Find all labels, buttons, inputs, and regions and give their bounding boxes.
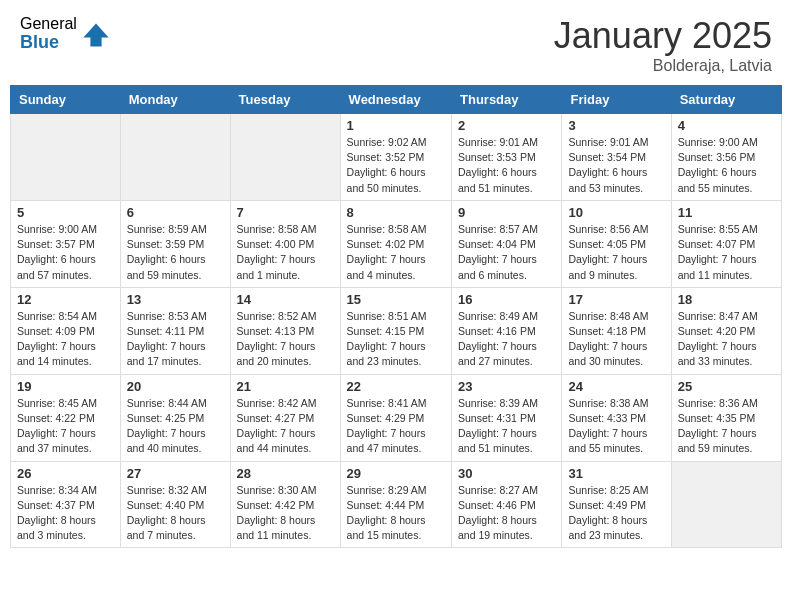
day-number: 4 — [678, 118, 775, 133]
day-number: 6 — [127, 205, 224, 220]
day-number: 27 — [127, 466, 224, 481]
day-cell: 24Sunrise: 8:38 AMSunset: 4:33 PMDayligh… — [562, 374, 671, 461]
day-info: Sunrise: 8:59 AMSunset: 3:59 PMDaylight:… — [127, 222, 224, 283]
day-number: 31 — [568, 466, 664, 481]
calendar-week-row: 26Sunrise: 8:34 AMSunset: 4:37 PMDayligh… — [11, 461, 782, 548]
day-info: Sunrise: 8:29 AMSunset: 4:44 PMDaylight:… — [347, 483, 445, 544]
day-number: 22 — [347, 379, 445, 394]
day-number: 12 — [17, 292, 114, 307]
day-info: Sunrise: 8:52 AMSunset: 4:13 PMDaylight:… — [237, 309, 334, 370]
day-cell: 17Sunrise: 8:48 AMSunset: 4:18 PMDayligh… — [562, 287, 671, 374]
logo-text: General Blue — [20, 15, 77, 52]
day-number: 16 — [458, 292, 555, 307]
calendar-week-row: 12Sunrise: 8:54 AMSunset: 4:09 PMDayligh… — [11, 287, 782, 374]
day-info: Sunrise: 9:00 AMSunset: 3:57 PMDaylight:… — [17, 222, 114, 283]
day-info: Sunrise: 8:25 AMSunset: 4:49 PMDaylight:… — [568, 483, 664, 544]
day-number: 18 — [678, 292, 775, 307]
calendar-wrapper: SundayMondayTuesdayWednesdayThursdayFrid… — [0, 85, 792, 558]
day-info: Sunrise: 9:01 AMSunset: 3:53 PMDaylight:… — [458, 135, 555, 196]
logo: General Blue — [20, 15, 110, 52]
day-number: 21 — [237, 379, 334, 394]
day-number: 23 — [458, 379, 555, 394]
day-info: Sunrise: 8:51 AMSunset: 4:15 PMDaylight:… — [347, 309, 445, 370]
day-cell: 18Sunrise: 8:47 AMSunset: 4:20 PMDayligh… — [671, 287, 781, 374]
day-number: 17 — [568, 292, 664, 307]
day-cell: 9Sunrise: 8:57 AMSunset: 4:04 PMDaylight… — [452, 200, 562, 287]
weekday-header: Tuesday — [230, 86, 340, 114]
day-info: Sunrise: 8:58 AMSunset: 4:02 PMDaylight:… — [347, 222, 445, 283]
day-number: 5 — [17, 205, 114, 220]
day-info: Sunrise: 9:01 AMSunset: 3:54 PMDaylight:… — [568, 135, 664, 196]
weekday-header: Sunday — [11, 86, 121, 114]
day-info: Sunrise: 8:36 AMSunset: 4:35 PMDaylight:… — [678, 396, 775, 457]
day-cell: 26Sunrise: 8:34 AMSunset: 4:37 PMDayligh… — [11, 461, 121, 548]
day-info: Sunrise: 8:54 AMSunset: 4:09 PMDaylight:… — [17, 309, 114, 370]
calendar-table: SundayMondayTuesdayWednesdayThursdayFrid… — [10, 85, 782, 548]
day-cell: 8Sunrise: 8:58 AMSunset: 4:02 PMDaylight… — [340, 200, 451, 287]
day-cell: 28Sunrise: 8:30 AMSunset: 4:42 PMDayligh… — [230, 461, 340, 548]
day-info: Sunrise: 8:49 AMSunset: 4:16 PMDaylight:… — [458, 309, 555, 370]
day-cell: 12Sunrise: 8:54 AMSunset: 4:09 PMDayligh… — [11, 287, 121, 374]
day-cell — [11, 114, 121, 201]
day-info: Sunrise: 8:56 AMSunset: 4:05 PMDaylight:… — [568, 222, 664, 283]
day-info: Sunrise: 9:02 AMSunset: 3:52 PMDaylight:… — [347, 135, 445, 196]
day-number: 24 — [568, 379, 664, 394]
day-info: Sunrise: 8:27 AMSunset: 4:46 PMDaylight:… — [458, 483, 555, 544]
calendar-week-row: 5Sunrise: 9:00 AMSunset: 3:57 PMDaylight… — [11, 200, 782, 287]
month-title: January 2025 — [554, 15, 772, 57]
day-info: Sunrise: 8:48 AMSunset: 4:18 PMDaylight:… — [568, 309, 664, 370]
day-cell: 25Sunrise: 8:36 AMSunset: 4:35 PMDayligh… — [671, 374, 781, 461]
day-cell — [671, 461, 781, 548]
day-info: Sunrise: 8:55 AMSunset: 4:07 PMDaylight:… — [678, 222, 775, 283]
day-cell: 30Sunrise: 8:27 AMSunset: 4:46 PMDayligh… — [452, 461, 562, 548]
day-info: Sunrise: 8:44 AMSunset: 4:25 PMDaylight:… — [127, 396, 224, 457]
day-number: 1 — [347, 118, 445, 133]
weekday-header: Wednesday — [340, 86, 451, 114]
day-info: Sunrise: 8:41 AMSunset: 4:29 PMDaylight:… — [347, 396, 445, 457]
day-info: Sunrise: 8:57 AMSunset: 4:04 PMDaylight:… — [458, 222, 555, 283]
day-number: 26 — [17, 466, 114, 481]
weekday-header-row: SundayMondayTuesdayWednesdayThursdayFrid… — [11, 86, 782, 114]
day-number: 25 — [678, 379, 775, 394]
day-cell: 13Sunrise: 8:53 AMSunset: 4:11 PMDayligh… — [120, 287, 230, 374]
day-number: 7 — [237, 205, 334, 220]
title-section: January 2025 Bolderaja, Latvia — [554, 15, 772, 75]
day-cell: 10Sunrise: 8:56 AMSunset: 4:05 PMDayligh… — [562, 200, 671, 287]
day-number: 2 — [458, 118, 555, 133]
page-header: General Blue January 2025 Bolderaja, Lat… — [0, 0, 792, 85]
day-number: 29 — [347, 466, 445, 481]
day-cell: 5Sunrise: 9:00 AMSunset: 3:57 PMDaylight… — [11, 200, 121, 287]
day-info: Sunrise: 8:42 AMSunset: 4:27 PMDaylight:… — [237, 396, 334, 457]
day-cell: 20Sunrise: 8:44 AMSunset: 4:25 PMDayligh… — [120, 374, 230, 461]
logo-general: General — [20, 15, 77, 33]
day-cell: 3Sunrise: 9:01 AMSunset: 3:54 PMDaylight… — [562, 114, 671, 201]
day-info: Sunrise: 8:58 AMSunset: 4:00 PMDaylight:… — [237, 222, 334, 283]
day-number: 9 — [458, 205, 555, 220]
day-cell: 23Sunrise: 8:39 AMSunset: 4:31 PMDayligh… — [452, 374, 562, 461]
day-info: Sunrise: 8:32 AMSunset: 4:40 PMDaylight:… — [127, 483, 224, 544]
day-number: 20 — [127, 379, 224, 394]
day-number: 3 — [568, 118, 664, 133]
day-info: Sunrise: 8:53 AMSunset: 4:11 PMDaylight:… — [127, 309, 224, 370]
weekday-header: Friday — [562, 86, 671, 114]
day-info: Sunrise: 8:45 AMSunset: 4:22 PMDaylight:… — [17, 396, 114, 457]
day-cell: 29Sunrise: 8:29 AMSunset: 4:44 PMDayligh… — [340, 461, 451, 548]
day-number: 15 — [347, 292, 445, 307]
calendar-week-row: 19Sunrise: 8:45 AMSunset: 4:22 PMDayligh… — [11, 374, 782, 461]
day-cell: 1Sunrise: 9:02 AMSunset: 3:52 PMDaylight… — [340, 114, 451, 201]
day-info: Sunrise: 8:34 AMSunset: 4:37 PMDaylight:… — [17, 483, 114, 544]
weekday-header: Monday — [120, 86, 230, 114]
day-number: 30 — [458, 466, 555, 481]
day-number: 8 — [347, 205, 445, 220]
day-number: 11 — [678, 205, 775, 220]
day-cell: 14Sunrise: 8:52 AMSunset: 4:13 PMDayligh… — [230, 287, 340, 374]
day-cell: 11Sunrise: 8:55 AMSunset: 4:07 PMDayligh… — [671, 200, 781, 287]
day-cell: 16Sunrise: 8:49 AMSunset: 4:16 PMDayligh… — [452, 287, 562, 374]
day-cell: 27Sunrise: 8:32 AMSunset: 4:40 PMDayligh… — [120, 461, 230, 548]
day-cell: 31Sunrise: 8:25 AMSunset: 4:49 PMDayligh… — [562, 461, 671, 548]
day-number: 14 — [237, 292, 334, 307]
day-cell: 4Sunrise: 9:00 AMSunset: 3:56 PMDaylight… — [671, 114, 781, 201]
day-info: Sunrise: 8:39 AMSunset: 4:31 PMDaylight:… — [458, 396, 555, 457]
day-cell: 22Sunrise: 8:41 AMSunset: 4:29 PMDayligh… — [340, 374, 451, 461]
location: Bolderaja, Latvia — [554, 57, 772, 75]
